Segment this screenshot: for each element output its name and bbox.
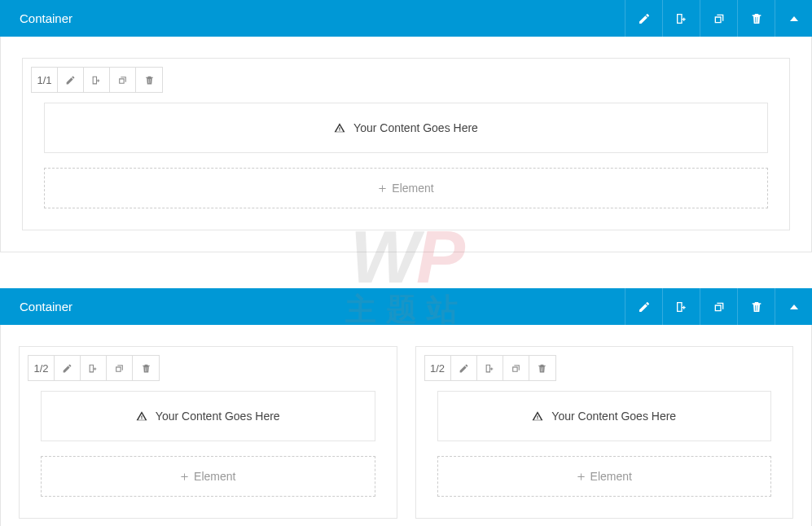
column-toolbar: 1/1 [31,67,163,93]
content-placeholder[interactable]: Your Content Goes Here [41,391,375,441]
clone-icon [114,363,125,374]
warning-icon [334,122,345,134]
clone-icon [713,300,726,313]
column-full[interactable]: 1/1 Your Content Goes Here Element [22,58,790,230]
trash-icon [750,300,763,313]
column-add-icon [91,75,102,85]
edit-button[interactable] [625,0,662,37]
trash-icon [141,363,151,374]
column-toolbar: 1/2 [424,355,556,381]
trash-icon [750,12,763,25]
placeholder-text: Your Content Goes Here [353,121,478,134]
add-element-button[interactable]: Element [44,168,768,208]
column-delete-button[interactable] [133,356,159,380]
column-add-button[interactable] [81,356,107,380]
add-element-label: Element [392,182,433,195]
column-edit-button[interactable] [55,356,81,380]
edit-button[interactable] [625,288,662,325]
content-placeholder[interactable]: Your Content Goes Here [44,103,768,153]
warning-icon [136,410,147,422]
column-edit-button[interactable] [451,356,477,380]
triangle-up-icon [789,302,799,312]
column-delete-button[interactable] [136,68,162,92]
container-header[interactable]: Container [0,0,812,37]
pencil-icon [459,363,469,374]
add-element-button[interactable]: Element [41,456,375,497]
placeholder-text: Your Content Goes Here [551,410,676,423]
pencil-icon [65,75,76,85]
delete-button[interactable] [737,288,775,325]
column-add-button[interactable] [84,68,110,92]
container-body: 1/1 Your Content Goes Here Element [0,37,812,252]
column-clone-button[interactable] [107,356,133,380]
column-toolbar: 1/2 [28,355,160,381]
container-header[interactable]: Container [0,288,812,325]
triangle-up-icon [789,14,799,24]
pencil-icon [638,12,651,25]
column-size[interactable]: 1/2 [29,356,55,380]
add-column-button[interactable] [662,0,700,37]
add-column-button[interactable] [662,288,700,325]
column-clone-button[interactable] [503,356,529,380]
container-body: 1/2 Your Content Goes Here Element 1/2 [0,325,812,526]
plus-icon [577,472,586,481]
column-delete-button[interactable] [529,356,555,380]
trash-icon [144,75,155,85]
pencil-icon [638,300,651,313]
column-add-button[interactable] [477,356,503,380]
collapse-button[interactable] [775,288,812,325]
add-element-label: Element [590,470,632,483]
column-clone-button[interactable] [110,68,136,92]
container-title: Container [0,11,625,25]
content-placeholder[interactable]: Your Content Goes Here [437,391,772,441]
container-actions [625,288,812,325]
add-element-button[interactable]: Element [437,456,772,497]
trash-icon [537,363,547,374]
column-add-icon [675,12,688,25]
column-half[interactable]: 1/2 Your Content Goes Here Element [415,346,794,519]
pencil-icon [62,363,72,374]
column-size[interactable]: 1/2 [425,356,451,380]
column-add-icon [485,363,495,374]
warning-icon [532,410,543,422]
collapse-button[interactable] [775,0,812,37]
plus-icon [180,472,189,481]
add-element-label: Element [194,470,235,483]
clone-button[interactable] [700,0,737,37]
placeholder-text: Your Content Goes Here [156,410,280,423]
column-add-icon [88,363,99,374]
container-title: Container [0,300,625,313]
column-add-icon [675,300,688,313]
clone-icon [117,75,128,85]
column-half[interactable]: 1/2 Your Content Goes Here Element [19,346,397,519]
plus-icon [378,184,387,193]
column-size[interactable]: 1/1 [32,68,58,92]
container-actions [625,0,812,37]
column-edit-button[interactable] [58,68,84,92]
clone-button[interactable] [700,288,737,325]
clone-icon [511,363,521,374]
delete-button[interactable] [737,0,775,37]
clone-icon [713,12,726,25]
